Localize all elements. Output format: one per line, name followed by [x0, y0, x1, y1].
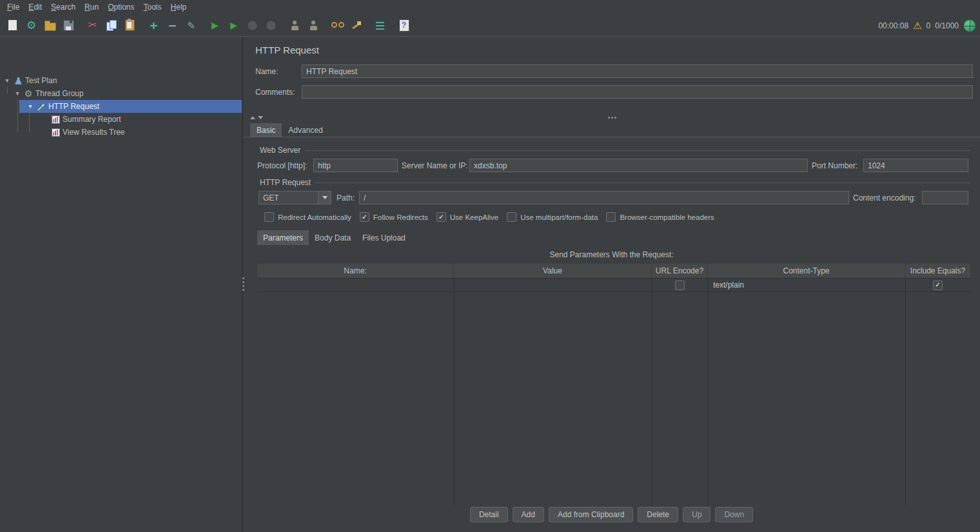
tab-body-data[interactable]: Body Data	[309, 230, 357, 245]
menu-help[interactable]: Help	[166, 1, 191, 14]
down-button[interactable]: Down	[715, 507, 753, 522]
cell-url-encode[interactable]	[652, 279, 708, 291]
tree-item-thread-group[interactable]: ▾ ⚙ Thread Group	[0, 87, 242, 100]
menu-search[interactable]: Search	[46, 1, 80, 14]
menu-run[interactable]: Run	[80, 1, 103, 14]
add-button[interactable]: Add	[513, 507, 544, 522]
checkbox-use-multipart[interactable]: Use multipart/form-data	[507, 212, 598, 222]
warning-icon[interactable]: ⚠	[913, 21, 921, 30]
parameters-buttons: Detail Add Add from Clipboard Delete Up …	[243, 507, 980, 522]
menu-tools[interactable]: Tools	[139, 1, 166, 14]
path-input[interactable]	[359, 191, 849, 204]
cell-content-type[interactable]: text/plain	[708, 279, 905, 291]
triangle-up-icon[interactable]	[250, 116, 255, 119]
splitter-handle-icon[interactable]	[243, 117, 980, 119]
checkbox-icon[interactable]	[507, 212, 516, 222]
paste-icon[interactable]	[121, 17, 139, 34]
legend-rule	[305, 150, 970, 151]
copy-icon[interactable]	[103, 17, 120, 34]
tree-item-test-plan[interactable]: ▾ Test Plan	[0, 74, 242, 87]
column-divider	[905, 279, 906, 506]
toolbar-status: 00:00:08 ⚠ 0 0/1000	[878, 14, 976, 37]
tree-item-summary-report[interactable]: Summary Report	[0, 113, 242, 126]
broom-icon	[351, 20, 362, 30]
tree-item-view-results-tree[interactable]: View Results Tree	[0, 126, 242, 139]
help-icon[interactable]: ?	[395, 17, 413, 34]
port-input[interactable]	[863, 159, 968, 172]
collapse-expand-arrows[interactable]	[250, 116, 263, 119]
tab-parameters[interactable]: Parameters	[257, 230, 309, 245]
method-select[interactable]: GET	[259, 191, 331, 204]
checkbox-icon[interactable]: ✓	[436, 212, 446, 222]
save-icon[interactable]	[60, 17, 77, 34]
triangle-down-icon[interactable]	[258, 116, 263, 119]
start-icon[interactable]: ▶	[206, 17, 224, 34]
tree-item-label: HTTP Request	[48, 102, 99, 111]
checkbox-label: Use KeepAlive	[450, 213, 498, 221]
cut-icon[interactable]: ✂	[84, 17, 101, 34]
menu-file[interactable]: File	[3, 1, 24, 14]
checkbox-label: Redirect Automatically	[278, 213, 351, 221]
zoom-out-icon[interactable]: −	[164, 17, 181, 34]
new-file-icon[interactable]	[4, 17, 21, 34]
server-name-input[interactable]	[469, 159, 808, 172]
zoom-in-icon[interactable]: +	[145, 17, 162, 34]
floppy-icon	[63, 20, 74, 31]
add-from-clipboard-button[interactable]: Add from Clipboard	[549, 507, 633, 522]
checkbox-icon[interactable]: ✓	[360, 212, 369, 222]
tab-files-upload[interactable]: Files Upload	[357, 230, 411, 245]
checkbox-browser-compatible-headers[interactable]: Browser-compatible headers	[606, 212, 714, 222]
report-chart-icon	[50, 128, 61, 137]
templates-icon[interactable]: ⚙	[23, 17, 40, 34]
search-icon[interactable]	[329, 17, 346, 34]
tab-advanced[interactable]: Advanced	[282, 123, 329, 137]
cell-include-equals[interactable]: ✓	[905, 279, 970, 291]
cell-value[interactable]	[454, 279, 652, 291]
report-chart-icon	[50, 115, 61, 124]
checkbox-follow-redirects[interactable]: ✓ Follow Redirects	[360, 212, 428, 222]
splitter-grip-icon[interactable]	[242, 277, 245, 291]
table-row[interactable]: text/plain ✓	[257, 279, 970, 292]
cell-name[interactable]	[257, 279, 454, 291]
menu-bar: File Edit Search Run Options Tools Help	[0, 0, 980, 14]
stop-icon[interactable]	[244, 17, 261, 34]
folder-icon	[44, 23, 56, 31]
comments-input[interactable]	[302, 85, 973, 99]
chevron-down-icon[interactable]: ▾	[26, 103, 35, 110]
checkbox-redirect-automatically[interactable]: Redirect Automatically	[264, 212, 351, 222]
checkbox-icon[interactable]	[264, 212, 274, 222]
checkbox-icon[interactable]	[606, 212, 616, 222]
clear-icon[interactable]	[348, 17, 365, 34]
remote-start-all-icon[interactable]	[286, 17, 304, 34]
minus-icon: −	[168, 19, 176, 32]
clear-all-icon[interactable]	[371, 17, 389, 34]
request-options: Redirect Automatically ✓ Follow Redirect…	[264, 212, 714, 222]
protocol-input[interactable]	[313, 159, 398, 172]
comments-label: Comments:	[255, 88, 295, 97]
content-encoding-input[interactable]	[922, 191, 968, 204]
shutdown-icon[interactable]	[262, 17, 280, 34]
name-input[interactable]	[302, 64, 973, 78]
detail-button[interactable]: Detail	[470, 507, 508, 522]
checkbox-icon[interactable]: ✓	[933, 281, 943, 290]
start-no-timers-icon[interactable]: ▶	[225, 17, 242, 34]
toggle-icon[interactable]: ✎	[182, 17, 200, 34]
server-name-label: Server Name or IP:	[402, 161, 468, 170]
thread-group-icon: ⚙	[23, 89, 34, 98]
remote-shutdown-all-icon[interactable]	[305, 17, 322, 34]
menu-edit[interactable]: Edit	[24, 1, 46, 14]
chevron-down-icon[interactable]: ▾	[13, 90, 22, 97]
binoculars-icon	[331, 22, 344, 28]
chevron-down-icon[interactable]: ▾	[3, 77, 12, 84]
globe-icon[interactable]	[963, 19, 976, 32]
menu-options[interactable]: Options	[103, 1, 139, 14]
tab-basic[interactable]: Basic	[250, 123, 282, 137]
tree-item-http-request[interactable]: ▾ HTTP Request	[0, 100, 242, 113]
checkbox-icon[interactable]	[675, 281, 685, 290]
up-button[interactable]: Up	[683, 507, 710, 522]
open-icon[interactable]	[41, 17, 59, 34]
dropdown-button[interactable]	[318, 192, 331, 204]
web-server-group-legend: Web Server	[257, 146, 970, 155]
checkbox-use-keepalive[interactable]: ✓ Use KeepAlive	[436, 212, 498, 222]
delete-button[interactable]: Delete	[638, 507, 678, 522]
